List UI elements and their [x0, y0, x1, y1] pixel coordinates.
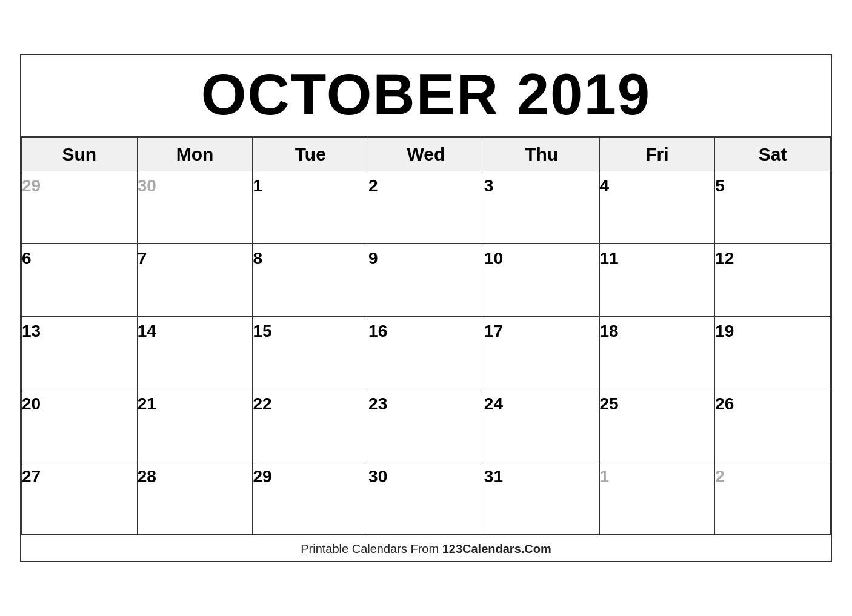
day-number: 13	[22, 322, 41, 340]
day-number: 25	[600, 394, 619, 413]
week-row-2: 6789101112	[22, 244, 831, 317]
day-number: 20	[22, 394, 41, 413]
day-number: 29	[22, 176, 41, 195]
day-cell: 6	[22, 244, 138, 317]
day-cell: 9	[368, 244, 484, 317]
day-header-sun: Sun	[22, 138, 138, 171]
day-number: 29	[253, 467, 271, 486]
day-number: 19	[715, 322, 734, 340]
day-cell: 2	[715, 462, 831, 535]
day-header-wed: Wed	[368, 138, 484, 171]
day-header-thu: Thu	[484, 138, 599, 171]
day-number: 4	[600, 176, 610, 195]
footer-text-plain: Printable Calendars From	[301, 542, 442, 555]
day-cell: 1	[599, 462, 715, 535]
day-number: 9	[368, 249, 378, 268]
calendar-container: OCTOBER 2019 SunMonTueWedThuFriSat 29301…	[20, 54, 832, 562]
day-cell: 22	[253, 389, 368, 462]
day-number: 16	[368, 322, 387, 340]
day-cell: 12	[715, 244, 831, 317]
day-number: 23	[368, 394, 387, 413]
day-number: 12	[715, 249, 734, 268]
day-cell: 4	[599, 171, 715, 244]
day-cell: 31	[484, 462, 599, 535]
day-header-fri: Fri	[599, 138, 715, 171]
calendar-title: OCTOBER 2019	[21, 55, 831, 137]
day-cell: 2	[368, 171, 484, 244]
day-number: 7	[138, 249, 147, 268]
day-cell: 13	[22, 317, 138, 389]
day-header-sat: Sat	[715, 138, 831, 171]
day-cell: 26	[715, 389, 831, 462]
day-number: 3	[484, 176, 494, 195]
footer: Printable Calendars From 123Calendars.Co…	[21, 535, 831, 561]
day-cell: 18	[599, 317, 715, 389]
day-cell: 7	[137, 244, 253, 317]
day-number: 22	[253, 394, 271, 413]
day-number: 24	[484, 394, 503, 413]
day-number: 26	[715, 394, 734, 413]
day-number: 1	[600, 467, 610, 486]
day-cell: 11	[599, 244, 715, 317]
day-number: 2	[715, 467, 725, 486]
day-cell: 3	[484, 171, 599, 244]
day-cell: 30	[137, 171, 253, 244]
day-number: 30	[368, 467, 387, 486]
day-cell: 1	[253, 171, 368, 244]
day-cell: 24	[484, 389, 599, 462]
day-cell: 28	[137, 462, 253, 535]
week-row-3: 13141516171819	[22, 317, 831, 389]
day-cell: 29	[22, 171, 138, 244]
day-number: 1	[253, 176, 262, 195]
day-cell: 10	[484, 244, 599, 317]
day-number: 27	[22, 467, 41, 486]
day-number: 17	[484, 322, 503, 340]
week-row-4: 20212223242526	[22, 389, 831, 462]
day-cell: 17	[484, 317, 599, 389]
day-cell: 21	[137, 389, 253, 462]
day-number: 28	[138, 467, 156, 486]
calendar-grid: SunMonTueWedThuFriSat 293012345678910111…	[21, 137, 831, 535]
week-row-5: 272829303112	[22, 462, 831, 535]
day-cell: 29	[253, 462, 368, 535]
day-number: 31	[484, 467, 503, 486]
day-cell: 30	[368, 462, 484, 535]
day-cell: 14	[137, 317, 253, 389]
day-header-tue: Tue	[253, 138, 368, 171]
day-number: 2	[368, 176, 378, 195]
day-number: 30	[138, 176, 156, 195]
day-number: 21	[138, 394, 156, 413]
day-cell: 25	[599, 389, 715, 462]
day-number: 6	[22, 249, 32, 268]
day-header-mon: Mon	[137, 138, 253, 171]
day-number: 10	[484, 249, 503, 268]
day-cell: 8	[253, 244, 368, 317]
day-cell: 16	[368, 317, 484, 389]
day-number: 11	[600, 249, 619, 268]
day-number: 14	[138, 322, 156, 340]
week-row-1: 293012345	[22, 171, 831, 244]
day-number: 18	[600, 322, 619, 340]
days-header-row: SunMonTueWedThuFriSat	[22, 138, 831, 171]
day-number: 15	[253, 322, 271, 340]
footer-text-bold: 123Calendars.Com	[442, 542, 551, 555]
day-number: 5	[715, 176, 725, 195]
day-cell: 5	[715, 171, 831, 244]
day-cell: 19	[715, 317, 831, 389]
day-cell: 27	[22, 462, 138, 535]
day-number: 8	[253, 249, 262, 268]
day-cell: 20	[22, 389, 138, 462]
day-cell: 15	[253, 317, 368, 389]
day-cell: 23	[368, 389, 484, 462]
